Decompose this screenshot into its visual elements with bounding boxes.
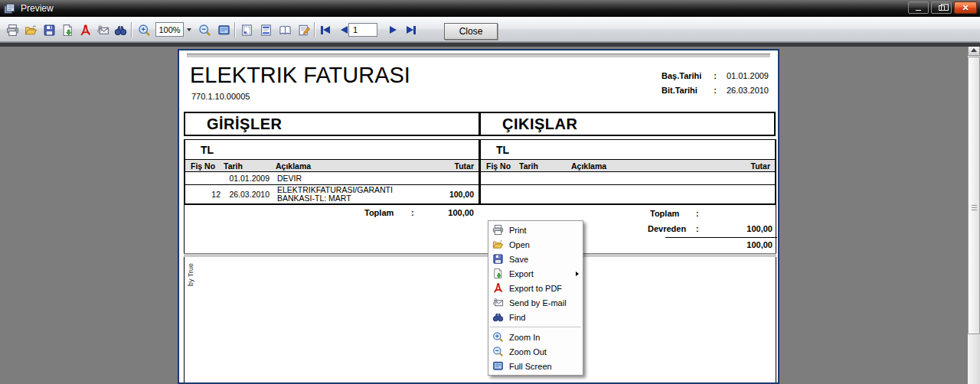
restore-button[interactable] bbox=[931, 2, 952, 14]
close-preview-button[interactable]: Close bbox=[444, 23, 498, 40]
toolbar-separator bbox=[131, 22, 132, 37]
zoom-level-value[interactable]: 100% bbox=[155, 22, 184, 37]
devreden-label: Devreden bbox=[648, 224, 686, 233]
full-screen-button[interactable] bbox=[215, 21, 232, 38]
menu-item-send-by-email[interactable]: Send by E-mail bbox=[488, 295, 583, 310]
restore-icon bbox=[939, 5, 945, 11]
ledger-sections: GİRİŞLER ÇIKIŞLAR TL Fiş No Tarih Açıkla… bbox=[184, 112, 776, 205]
zoom-dropdown-button[interactable] bbox=[184, 22, 194, 37]
find-button[interactable] bbox=[112, 21, 129, 38]
open-button[interactable] bbox=[22, 21, 39, 38]
cikislar-table: TL Fiş No Tarih Açıklama Tutar bbox=[480, 140, 776, 205]
next-page-icon bbox=[390, 26, 397, 34]
left-total-value: 100,00 bbox=[428, 208, 474, 217]
girisler-header: GİRİŞLER bbox=[184, 112, 480, 136]
print-button[interactable] bbox=[4, 21, 21, 38]
context-menu: Print Open Save Export Export to PDF Sen… bbox=[488, 220, 583, 376]
edit-page-button[interactable] bbox=[296, 21, 312, 38]
section-headers: GİRİŞLER ÇIKIŞLAR bbox=[184, 112, 776, 136]
menu-item-export-to-pdf[interactable]: Export to PDF bbox=[488, 281, 583, 295]
printer-icon bbox=[6, 24, 19, 37]
grand-total-rule bbox=[665, 237, 777, 238]
save-button[interactable] bbox=[41, 21, 57, 38]
ledger-tables: TL Fiş No Tarih Açıklama Tutar 01.01.200… bbox=[184, 139, 776, 205]
full-screen-icon bbox=[217, 24, 230, 37]
menu-item-print[interactable]: Print bbox=[488, 223, 583, 237]
page-setup-icon bbox=[240, 24, 253, 37]
grand-total-value: 100,00 bbox=[720, 240, 773, 249]
menu-item-zoom-in[interactable]: Zoom In bbox=[488, 330, 583, 344]
totals-area: Toplam : 100,00 Toplam : Devreden : 100,… bbox=[184, 205, 776, 253]
report-dates: Baş.Tarihi : 01.01.2009 Bit.Tarihi : 26.… bbox=[662, 68, 769, 97]
window-title: Preview bbox=[21, 3, 54, 14]
zoom-out-icon bbox=[492, 346, 504, 357]
report-account-code: 770.1.10.00005 bbox=[191, 92, 250, 101]
thumb-grip-icon bbox=[972, 205, 977, 212]
chevron-up-icon bbox=[971, 48, 977, 52]
toolbar-shadow bbox=[0, 43, 980, 47]
minimize-button[interactable] bbox=[908, 2, 929, 14]
zoom-in-icon bbox=[138, 24, 151, 37]
zoom-level-combo[interactable]: 100% bbox=[155, 22, 194, 37]
full-screen-icon bbox=[492, 360, 504, 372]
report-page: ELEKTRIK FATURASI 770.1.10.00005 Baş.Tar… bbox=[178, 49, 779, 384]
zoom-out-icon bbox=[198, 24, 211, 37]
zoom-out-button[interactable] bbox=[196, 21, 213, 38]
currency-label: TL bbox=[481, 140, 775, 159]
header-footer-button[interactable] bbox=[257, 21, 274, 38]
page-number-input[interactable] bbox=[348, 23, 377, 37]
next-page-button[interactable] bbox=[384, 21, 401, 38]
pdf-icon bbox=[79, 24, 92, 37]
page-setup-button[interactable] bbox=[238, 21, 255, 38]
zoom-in-button[interactable] bbox=[136, 21, 152, 38]
menu-item-open[interactable]: Open bbox=[488, 237, 583, 252]
close-window-button[interactable]: ✕ bbox=[954, 2, 977, 14]
column-header-row: Fiş No Tarih Açıklama Tutar bbox=[185, 159, 479, 172]
table-row bbox=[481, 172, 775, 185]
first-page-icon bbox=[321, 26, 330, 34]
save-icon bbox=[492, 253, 504, 265]
table-row: 01.01.2009 DEVIR bbox=[185, 172, 479, 185]
open-folder-icon bbox=[492, 239, 504, 250]
end-date-row: Bit.Tarihi : 26.03.2010 bbox=[662, 83, 769, 97]
binoculars-icon bbox=[492, 311, 504, 323]
export-pdf-button[interactable] bbox=[77, 21, 93, 38]
menu-item-zoom-out[interactable]: Zoom Out bbox=[488, 344, 583, 359]
menu-item-find[interactable]: Find bbox=[488, 310, 583, 324]
toolbar-separator bbox=[314, 22, 315, 37]
chevron-down-icon bbox=[187, 28, 191, 31]
minimize-icon bbox=[915, 9, 922, 11]
currency-label: TL bbox=[185, 140, 479, 159]
scrollbar-thumb[interactable] bbox=[968, 57, 980, 334]
vertical-scrollbar[interactable] bbox=[968, 44, 980, 384]
last-page-icon bbox=[407, 26, 416, 34]
send-email-icon bbox=[492, 297, 504, 308]
save-icon bbox=[43, 24, 56, 37]
previous-page-icon bbox=[341, 26, 348, 34]
header-footer-icon bbox=[260, 24, 273, 37]
title-bar: Preview ✕ bbox=[0, 0, 980, 17]
export-button[interactable] bbox=[59, 21, 76, 38]
window-buttons: ✕ bbox=[908, 2, 977, 14]
table-row bbox=[481, 185, 775, 205]
menu-item-save[interactable]: Save bbox=[488, 252, 583, 266]
devreden-value: 100,00 bbox=[720, 224, 773, 233]
two-page-view-button[interactable] bbox=[276, 21, 293, 38]
menu-item-full-screen[interactable]: Full Screen bbox=[488, 359, 583, 373]
close-icon: ✕ bbox=[962, 4, 969, 12]
first-page-button[interactable] bbox=[317, 21, 334, 38]
detail-section: by True bbox=[184, 257, 776, 382]
left-total-label: Toplam bbox=[364, 208, 394, 217]
last-page-button[interactable] bbox=[403, 21, 420, 38]
open-folder-icon bbox=[24, 24, 38, 37]
app-icon bbox=[4, 3, 15, 15]
binoculars-icon bbox=[114, 24, 127, 37]
edit-page-icon bbox=[298, 24, 311, 37]
zoom-in-icon bbox=[492, 331, 504, 343]
export-page-icon bbox=[492, 268, 504, 279]
menu-item-export[interactable]: Export bbox=[488, 266, 583, 281]
start-date-row: Baş.Tarihi : 01.01.2009 bbox=[662, 68, 769, 83]
menu-separator bbox=[490, 327, 581, 327]
send-email-button[interactable] bbox=[94, 21, 111, 38]
girisler-table: TL Fiş No Tarih Açıklama Tutar 01.01.200… bbox=[184, 140, 480, 205]
